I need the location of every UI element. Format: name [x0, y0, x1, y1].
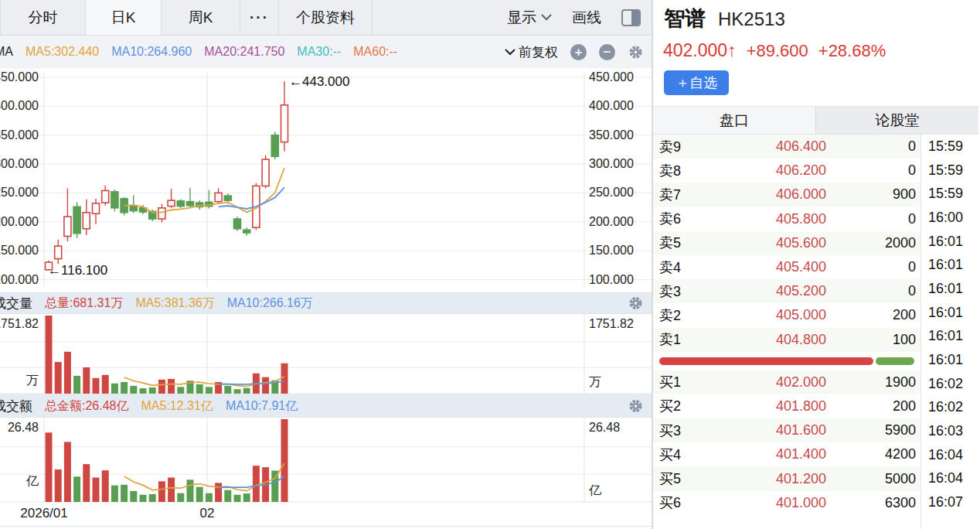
price-change: +89.600 [747, 41, 808, 61]
order-level: 买6 [659, 493, 704, 512]
amount-ma5: MA5:12.31亿 [141, 398, 213, 415]
order-qty: 100 [826, 332, 916, 348]
chevron-down-icon [505, 49, 516, 56]
order-qty: 0 [826, 259, 916, 275]
chart-column: 分时日K周K···个股资料 显示 画线 MA MA5:302.440 MA10:… [0, 0, 653, 529]
order-price: 406.000 [704, 186, 826, 203]
up-arrow-icon: ↑ [727, 40, 737, 60]
draw-line-button[interactable]: 画线 [572, 8, 601, 28]
amount-chart[interactable]: 26.48 亿 26.48 亿 [0, 418, 652, 503]
price-tick-right: 450.000 [589, 70, 634, 84]
trade-time: 16:02 [921, 395, 978, 419]
order-row-买4[interactable]: 买4401.4004200 [653, 442, 920, 466]
tab-论股堂[interactable]: 论股堂 [815, 107, 978, 134]
order-price: 401.000 [704, 495, 826, 511]
gear-icon[interactable] [628, 295, 644, 312]
amount-canvas[interactable] [0, 418, 652, 503]
quote-tabs: 盘口论股堂 [653, 106, 978, 135]
ma-indicator-bar: MA MA5:302.440 MA10:264.960 MA20:241.750… [0, 36, 652, 68]
order-row-买6[interactable]: 买6401.0006300 [653, 491, 920, 515]
amount-total: 总金额:26.48亿 [45, 398, 128, 415]
order-row-卖2[interactable]: 卖2405.000200 [653, 303, 920, 327]
order-qty: 5900 [826, 422, 916, 439]
price-tick-left: 350.000 [0, 128, 39, 142]
order-row-卖6[interactable]: 卖6405.8000 [653, 207, 920, 231]
order-row-卖1[interactable]: 卖1404.800100 [653, 328, 920, 352]
volume-title: 成交量 [0, 295, 32, 312]
buy-sell-ratio-bar [653, 352, 920, 370]
order-qty: 0 [826, 283, 916, 299]
order-price: 401.200 [704, 471, 826, 487]
price-tick-right: 400.000 [589, 99, 634, 113]
quote-body: 卖9406.4000卖8406.2000卖7406.000900卖6405.80… [653, 135, 978, 529]
order-row-卖7[interactable]: 卖7406.000900 [653, 183, 920, 206]
kline-canvas[interactable] [0, 68, 652, 292]
order-price: 401.800 [704, 398, 826, 415]
order-row-买2[interactable]: 买2401.800200 [653, 394, 920, 418]
trade-time-list: 15:5915:5915:5916:0016:0116:0116:0116:01… [920, 135, 978, 529]
order-qty: 1900 [826, 374, 916, 391]
order-row-买5[interactable]: 买5401.2005000 [653, 466, 920, 490]
order-level: 卖7 [659, 186, 704, 204]
order-row-卖9[interactable]: 卖9406.4000 [653, 135, 920, 159]
stock-app: 分时日K周K···个股资料 显示 画线 MA MA5:302.440 MA10:… [0, 0, 980, 529]
volume-unit-right: 万 [589, 374, 601, 391]
order-level: 买5 [659, 469, 704, 488]
adjust-mode-dropdown[interactable]: 前复权 [505, 43, 558, 61]
tab-分时[interactable]: 分时 [0, 0, 85, 35]
order-level: 卖6 [659, 210, 704, 228]
volume-chart[interactable]: 1751.82 万 1751.82 万 [0, 314, 652, 394]
chevron-down-icon [541, 14, 552, 21]
quote-header: 智谱 HK2513 [653, 0, 978, 32]
trade-time: 16:01 [921, 324, 978, 348]
tabbar-spacer [373, 0, 507, 35]
order-row-卖5[interactable]: 卖5405.6002000 [653, 231, 920, 255]
order-qty: 5000 [826, 471, 916, 487]
order-level: 买4 [659, 445, 704, 464]
price-tick-right: 350.000 [589, 128, 634, 142]
volume-canvas[interactable] [0, 314, 652, 394]
tab-日K[interactable]: 日K [85, 0, 161, 35]
display-menu[interactable]: 显示 [507, 8, 552, 28]
order-row-买3[interactable]: 买3401.6005900 [653, 418, 920, 442]
price-tick-left: 200.000 [0, 215, 39, 229]
order-row-卖4[interactable]: 卖4405.4000 [653, 255, 920, 279]
volume-ma5: MA5:381.36万 [135, 295, 214, 312]
order-level: 买3 [659, 421, 704, 440]
ma60-value: MA60:-- [353, 45, 397, 59]
price-tick-right: 300.000 [589, 157, 634, 171]
gear-icon[interactable] [628, 398, 644, 415]
order-level: 卖3 [659, 282, 704, 301]
ma5-value: MA5:302.440 [26, 45, 99, 59]
price-tick-left: 100.000 [0, 273, 39, 287]
tab-···[interactable]: ··· [240, 0, 278, 35]
order-price: 405.800 [704, 211, 826, 227]
display-label: 显示 [507, 8, 536, 28]
order-row-买1[interactable]: 买1402.0001900 [653, 370, 920, 394]
trade-time: 16:00 [921, 206, 978, 230]
tab-盘口[interactable]: 盘口 [653, 107, 815, 134]
order-qty: 0 [826, 211, 916, 227]
add-watchlist-button[interactable]: ＋自选 [664, 70, 729, 95]
amount-unit-left: 亿 [26, 473, 39, 489]
low-annotation: ←116.100 [48, 263, 107, 278]
trade-time: 15:59 [921, 159, 978, 183]
order-price: 405.000 [704, 307, 826, 323]
gear-icon[interactable] [628, 44, 644, 60]
high-annotation: ←443.000 [289, 74, 349, 90]
order-qty: 6300 [826, 495, 916, 511]
order-level: 卖5 [659, 234, 704, 252]
tab-个股资料[interactable]: 个股资料 [278, 0, 373, 35]
trade-time: 16:03 [921, 419, 978, 443]
amount-header: 成交额 总金额:26.48亿 MA5:12.31亿 MA10:7.91亿 [0, 394, 652, 418]
kline-chart[interactable]: 450.000400.000350.000300.000250.000200.0… [0, 68, 652, 292]
order-row-卖8[interactable]: 卖8406.2000 [653, 159, 920, 183]
zoom-out-button[interactable]: − [599, 44, 615, 60]
zoom-in-button[interactable]: + [570, 44, 587, 60]
trade-time: 15:59 [921, 182, 978, 206]
order-price: 406.200 [704, 162, 826, 179]
tab-周K[interactable]: 周K [161, 0, 240, 35]
order-row-卖3[interactable]: 卖3405.2000 [653, 279, 920, 303]
order-level: 卖2 [659, 306, 704, 325]
panel-toggle-icon[interactable] [621, 9, 641, 26]
